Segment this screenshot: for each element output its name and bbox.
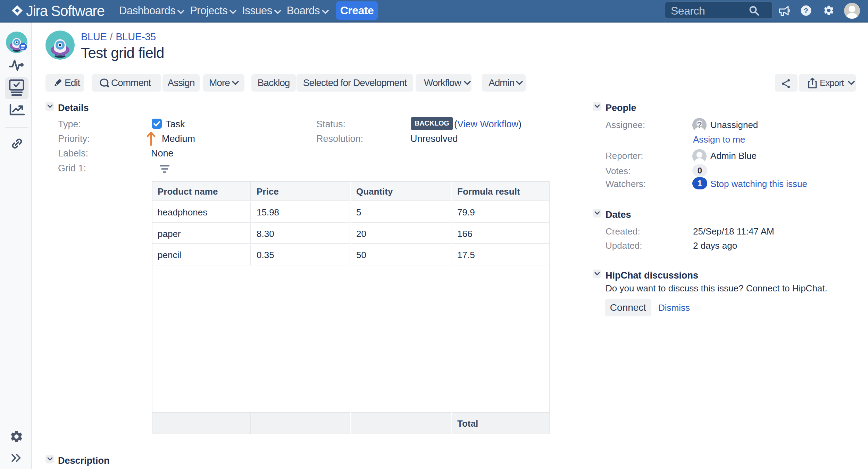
svg-text:?: ?	[804, 7, 808, 15]
svg-text:?: ?	[697, 120, 702, 129]
